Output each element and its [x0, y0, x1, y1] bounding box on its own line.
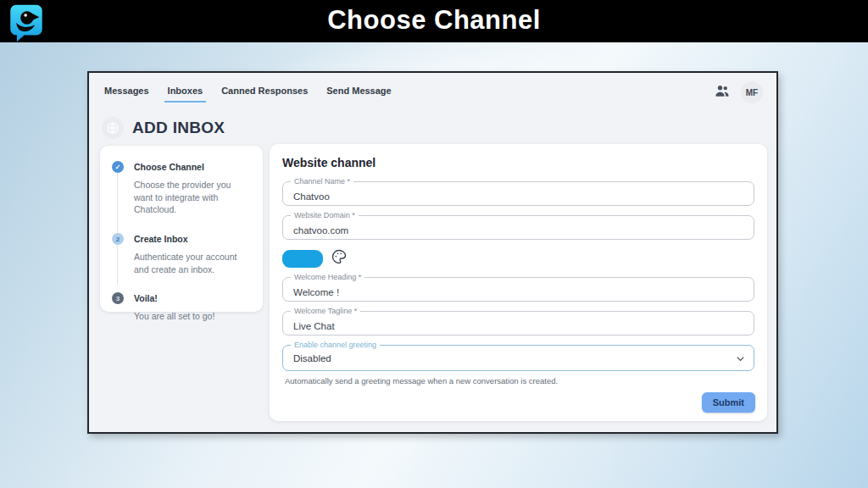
field-label: Welcome Heading *: [291, 273, 364, 282]
channel-name-input[interactable]: [283, 182, 754, 205]
globe-icon[interactable]: [102, 117, 124, 139]
top-banner: Choose Channel: [0, 0, 868, 42]
palette-icon[interactable]: [331, 248, 348, 269]
step-title: Voila!: [134, 292, 251, 304]
website-domain-field: Website Domain *: [282, 215, 754, 240]
user-avatar[interactable]: MF: [741, 81, 763, 103]
welcome-tagline-field: Welcome Tagline *: [282, 311, 754, 336]
enable-greeting-select[interactable]: Enable channel greeting Disabled: [282, 345, 754, 371]
wizard-steps-card: ✓ Choose Channel Choose the provider you…: [100, 146, 263, 312]
greeting-helper-text: Automatically send a greeting message wh…: [285, 376, 754, 385]
form-title: Website channel: [282, 156, 754, 169]
step-desc: Authenticate your account and create an …: [134, 251, 251, 275]
check-icon: ✓: [112, 161, 124, 173]
page-heading-row: ADD INBOX: [89, 107, 776, 139]
page-background: Messages Inboxes Canned Responses Send M…: [0, 42, 868, 488]
welcome-heading-field: Welcome Heading *: [282, 277, 754, 302]
widget-color-row: [282, 249, 754, 268]
select-label: Enable channel greeting: [291, 341, 380, 350]
field-label: Website Domain *: [291, 211, 359, 220]
field-label: Welcome Tagline *: [291, 307, 360, 316]
tab-messages[interactable]: Messages: [103, 82, 151, 103]
chevron-down-icon: [734, 352, 747, 369]
app-window: Messages Inboxes Canned Responses Send M…: [87, 71, 778, 434]
window-nav: Messages Inboxes Canned Responses Send M…: [89, 73, 776, 107]
agents-icon[interactable]: [714, 82, 731, 103]
step-desc: Choose the provider you want to integrat…: [134, 179, 251, 216]
channel-name-field: Channel Name *: [282, 181, 754, 206]
website-channel-form: Website channel Channel Name * Website D…: [270, 144, 767, 421]
step-voila: 3 Voila! You are all set to go!: [112, 292, 251, 323]
widget-color-swatch[interactable]: [282, 250, 323, 268]
submit-button[interactable]: Submit: [702, 392, 755, 413]
tab-inboxes[interactable]: Inboxes: [166, 82, 205, 103]
step-create-inbox: 2 Create Inbox Authenticate your account…: [112, 233, 251, 275]
step-number-badge: 2: [112, 233, 124, 245]
step-number-badge: 3: [112, 292, 124, 304]
tab-send-message[interactable]: Send Message: [325, 82, 392, 103]
step-title: Choose Channel: [134, 161, 251, 173]
field-label: Channel Name *: [291, 177, 353, 186]
tab-canned-responses[interactable]: Canned Responses: [220, 82, 309, 103]
step-title: Create Inbox: [134, 233, 251, 245]
banner-title: Choose Channel: [0, 5, 868, 36]
nav-right-controls: MF: [714, 81, 763, 103]
step-desc: You are all set to go!: [134, 310, 251, 323]
page-title: ADD INBOX: [132, 119, 225, 137]
step-choose-channel: ✓ Choose Channel Choose the provider you…: [112, 161, 251, 216]
